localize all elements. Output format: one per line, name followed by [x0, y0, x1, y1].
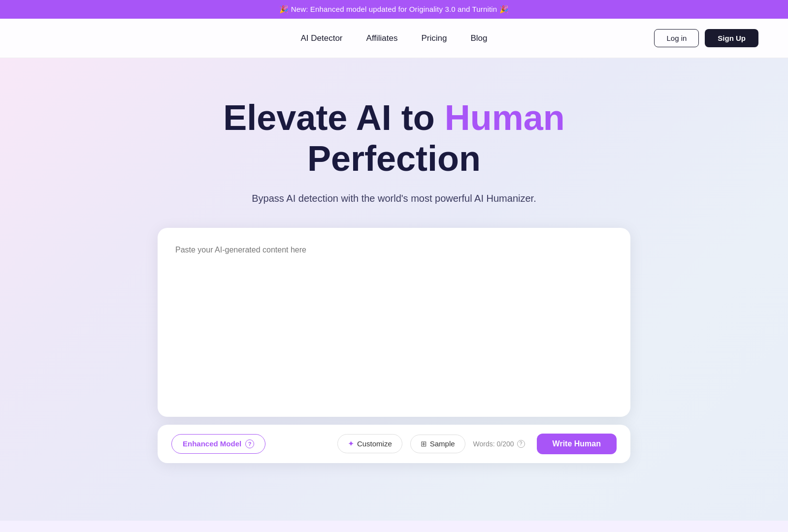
- enhanced-model-label: Enhanced Model: [183, 439, 241, 448]
- nav-actions: Log in Sign Up: [654, 29, 758, 47]
- sample-button[interactable]: ⊞ Sample: [410, 435, 465, 453]
- nav-link-pricing[interactable]: Pricing: [422, 33, 447, 43]
- content-input-card: [158, 228, 630, 417]
- main-content: Elevate AI to Human Perfection Bypass AI…: [0, 58, 788, 521]
- action-toolbar: Enhanced Model ? ✦ Customize ⊞ Sample Wo…: [158, 425, 630, 463]
- nav-link-blog[interactable]: Blog: [470, 33, 487, 43]
- nav-links: AI Detector Affiliates Pricing Blog: [30, 33, 758, 43]
- hero-title-highlight: Human: [445, 98, 565, 137]
- words-help-icon: ?: [517, 440, 525, 448]
- hero-title-part2: Perfection: [307, 139, 481, 178]
- customize-icon: ✦: [348, 439, 354, 448]
- nav-link-ai-detector[interactable]: AI Detector: [301, 33, 343, 43]
- enhanced-model-button[interactable]: Enhanced Model ?: [171, 434, 265, 454]
- customize-button[interactable]: ✦ Customize: [337, 434, 402, 453]
- sample-icon: ⊞: [421, 439, 427, 448]
- write-human-button[interactable]: Write Human: [537, 434, 617, 454]
- hero-title-part1: Elevate AI to: [223, 98, 444, 137]
- announcement-text: 🎉 New: Enhanced model updated for Origin…: [279, 5, 508, 13]
- nav-link-affiliates[interactable]: Affiliates: [366, 33, 398, 43]
- navbar: AI Detector Affiliates Pricing Blog Log …: [0, 19, 788, 58]
- hero-subtitle: Bypass AI detection with the world's mos…: [252, 193, 536, 204]
- enhanced-model-help-icon: ?: [245, 439, 254, 448]
- words-count: Words: 0/200 ?: [473, 440, 525, 448]
- sample-label: Sample: [430, 439, 455, 448]
- login-button[interactable]: Log in: [654, 29, 699, 47]
- hero-title: Elevate AI to Human Perfection: [172, 97, 616, 179]
- content-textarea[interactable]: [158, 228, 630, 415]
- customize-label: Customize: [357, 439, 392, 448]
- signup-button[interactable]: Sign Up: [705, 29, 758, 47]
- announcement-banner: 🎉 New: Enhanced model updated for Origin…: [0, 0, 788, 19]
- words-count-text: Words: 0/200: [473, 440, 514, 448]
